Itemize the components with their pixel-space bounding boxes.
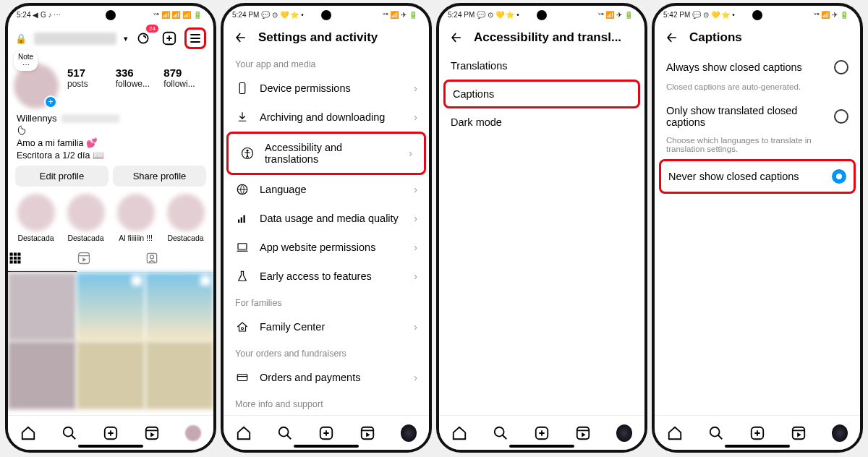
section-your-app: Your app and media [224,52,429,74]
back-icon[interactable] [665,30,679,45]
item-early-access[interactable]: Early access to features› [224,262,429,291]
tab-tagged[interactable] [145,245,213,272]
stat-following[interactable]: 879 followi... [163,67,208,89]
threads-icon[interactable] [17,125,27,135]
chevron-right-icon: › [414,213,417,224]
nav-profile-icon[interactable] [185,425,201,441]
create-post-icon[interactable] [158,27,180,49]
nav-create-icon[interactable] [103,425,119,441]
option-never-show[interactable]: Never show closed captions [659,159,856,194]
nav-profile-icon[interactable] [832,425,848,441]
radio-off-icon[interactable] [834,109,848,124]
nav-reels-icon[interactable] [575,425,591,441]
highlight-1[interactable]: Destacada [14,194,58,242]
avatar[interactable]: Note ⋯ + [14,54,61,108]
nav-search-icon[interactable] [277,425,293,441]
chevron-right-icon: › [414,321,417,333]
item-help[interactable]: Help [224,414,429,415]
page-title: Settings and activity [258,30,378,45]
note-bubble[interactable]: Note ⋯ [14,51,38,71]
status-bar: 5:24 PM 💬 ⊙ 💛 ⭐ • ᵛᵒ 📶 ✈ 🔋 [224,6,429,23]
nav-create-icon[interactable] [318,425,334,441]
nav-home-icon[interactable] [236,425,252,441]
download-icon [235,111,250,124]
nav-home-icon[interactable] [20,425,36,441]
item-dark-mode[interactable]: Dark mode [439,108,644,136]
status-right: ᵛᵒ 📶 ✈ 🔋 [598,11,633,19]
svg-rect-8 [14,253,17,256]
svg-rect-35 [244,215,245,223]
nav-home-icon[interactable] [667,425,683,441]
edit-profile-button[interactable]: Edit profile [15,166,109,187]
nav-search-icon[interactable] [61,425,77,441]
item-archiving[interactable]: Archiving and downloading› [224,103,429,132]
svg-rect-29 [239,83,245,94]
svg-point-21 [64,427,73,436]
username-blur[interactable] [34,33,116,45]
item-captions[interactable]: Captions [443,80,640,108]
lock-icon: 🔒 [15,33,27,44]
nav-search-icon[interactable] [493,425,509,441]
nav-create-icon[interactable] [749,425,765,441]
svg-marker-28 [150,432,155,437]
item-translations[interactable]: Translations [439,52,644,80]
back-icon[interactable] [234,30,248,45]
chevron-right-icon: › [414,82,417,94]
post-grid[interactable] [8,273,213,409]
back-icon[interactable] [449,30,464,45]
nav-home-icon[interactable] [451,425,467,441]
svg-point-58 [710,427,720,436]
radio-on-icon[interactable] [832,169,846,184]
svg-rect-13 [10,260,13,263]
tab-reels[interactable] [77,245,145,272]
highlight-2[interactable]: Destacada [64,194,108,242]
svg-line-43 [287,435,292,439]
note-dots: ⋯ [22,61,30,69]
chevron-down-icon[interactable]: ▾ [124,34,128,43]
nav-profile-icon[interactable] [616,425,632,441]
item-data-usage[interactable]: Data usage and media quality› [224,204,429,233]
item-family-center[interactable]: Family Center› [224,312,429,341]
stat-followers[interactable]: 336 followe... [116,67,160,89]
option-only-translated[interactable]: Only show translated closed captions [655,97,860,136]
add-story-icon[interactable]: + [44,95,57,108]
note-label: Note [18,53,33,61]
stat-posts[interactable]: 517 posts [67,67,111,89]
data-icon [235,212,250,225]
svg-line-51 [503,435,507,439]
nav-reels-icon[interactable] [359,425,375,441]
svg-marker-49 [366,432,370,437]
svg-rect-33 [238,220,239,223]
nav-reels-icon[interactable] [144,425,160,441]
nav-reels-icon[interactable] [791,425,807,441]
laptop-icon [235,241,250,254]
svg-rect-15 [17,260,20,263]
option-always-show[interactable]: Always show closed captions [655,52,860,82]
hamburger-menu-icon[interactable] [184,27,206,49]
nav-profile-icon[interactable] [401,425,417,441]
highlight-4[interactable]: Destacada [163,194,208,242]
highlight-3[interactable]: Al fiiiiiin !!! [114,194,158,242]
nav-create-icon[interactable] [534,425,550,441]
item-website-permissions[interactable]: App website permissions› [224,233,429,262]
accessibility-icon [240,147,255,160]
item-device-permissions[interactable]: Device permissions› [224,74,429,103]
svg-rect-63 [793,427,805,439]
share-profile-button[interactable]: Share profile [113,166,206,187]
family-icon [235,320,250,333]
svg-rect-36 [238,244,247,249]
radio-off-icon[interactable] [834,60,848,74]
item-language[interactable]: Language› [224,175,429,204]
threads-notif-icon[interactable] [132,27,154,49]
svg-rect-10 [10,257,13,260]
page-title: Accessibility and transl... [474,30,621,45]
chevron-right-icon: › [414,372,417,383]
tab-grid[interactable] [8,245,77,272]
card-icon [235,371,250,384]
desc-always: Closed captions are auto-generated. [655,82,860,97]
item-orders-payments[interactable]: Orders and payments› [224,363,429,392]
svg-point-42 [279,427,289,436]
display-name: Willennys [17,113,57,124]
nav-search-icon[interactable] [708,425,724,441]
item-accessibility[interactable]: Accessibility and translations› [226,132,426,175]
